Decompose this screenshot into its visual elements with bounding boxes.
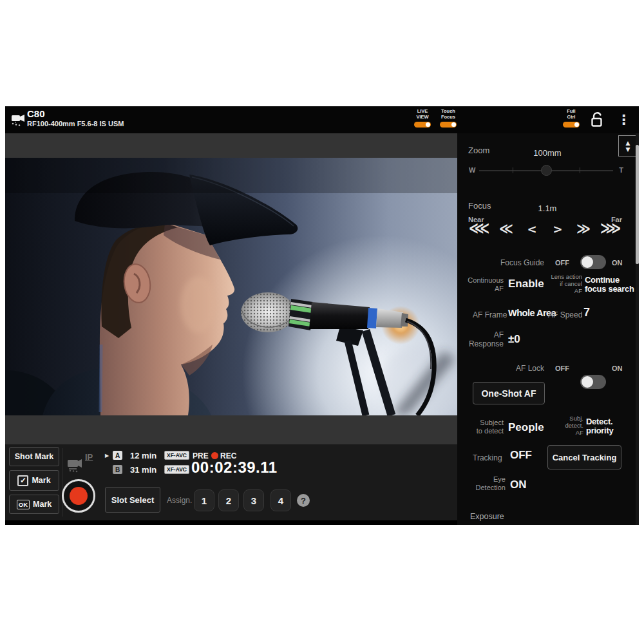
help-button[interactable]: ?	[297, 494, 310, 507]
touch-focus-toggle[interactable]: Touch Focus	[436, 109, 460, 128]
lens-action-value[interactable]: Continue focus search	[585, 276, 634, 294]
letterbox-top	[5, 133, 457, 158]
zoom-stepper[interactable]: ▲ ▼	[618, 135, 638, 156]
kebab-menu-icon[interactable]: ⋮	[617, 110, 629, 129]
eye-detection-label: Eye Detection	[457, 475, 506, 492]
continuous-af-value[interactable]: Enable	[508, 278, 544, 290]
exposure-section-header: Exposure	[470, 512, 504, 521]
assign-button-1[interactable]: 1	[194, 489, 214, 511]
focus-far-slow-button[interactable]: >	[547, 222, 569, 243]
af-speed-label: AF Speed	[548, 310, 582, 319]
slider-tick	[513, 167, 513, 173]
ip-streaming-icon: IP	[67, 451, 100, 479]
af-lock-switch[interactable]	[580, 375, 606, 389]
live-view-scene	[5, 158, 457, 415]
slider-tick	[580, 167, 580, 173]
ok-mark-label: Mark	[33, 500, 52, 509]
top-bar: C80 RF100-400mm F5.6-8 IS USM LIVE VIEW …	[5, 106, 639, 133]
full-ctrl-switch[interactable]	[563, 122, 580, 128]
zoom-label: Zoom	[468, 146, 489, 155]
af-response-label: AF Response	[457, 330, 504, 348]
focus-guide-on-label: ON	[612, 259, 623, 267]
live-view-label: LIVE VIEW	[416, 109, 428, 120]
slot-a-time: 12 min	[130, 451, 156, 460]
active-slot-play-icon: ▶	[105, 453, 109, 459]
letterbox-bottom	[5, 415, 457, 444]
video-camera-icon	[11, 113, 26, 128]
stepper-down-icon[interactable]: ▼	[626, 146, 630, 153]
scrollbar-thumb[interactable]	[636, 145, 639, 264]
ok-badge: OK	[17, 500, 30, 509]
shot-mark-button[interactable]: Shot Mark	[9, 447, 59, 466]
assign-label: Assign.	[167, 496, 192, 505]
subject-to-detect-value[interactable]: People	[508, 422, 544, 433]
divider	[62, 448, 62, 516]
browser-remote-app: C80 RF100-400mm F5.6-8 IS USM LIVE VIEW …	[5, 106, 639, 525]
assign-button-4[interactable]: 4	[270, 489, 291, 511]
slot-b-time: 31 min	[130, 465, 156, 475]
zoom-slider[interactable]: W T	[469, 162, 623, 182]
lens-action-label: Lens action if cancel AF	[545, 273, 582, 295]
eye-detection-value[interactable]: ON	[510, 479, 527, 491]
focus-near-fast-button[interactable]: ⋘	[468, 220, 490, 240]
af-lock-off-label: OFF	[555, 365, 569, 372]
video-column: Shot Mark ✓ Mark OK Mark IP	[5, 133, 457, 525]
slot-b-badge: B	[113, 465, 122, 474]
live-view-toggle[interactable]: LIVE VIEW	[410, 109, 435, 128]
focus-distance-value: 1.1m	[522, 204, 573, 213]
bottom-control-bar: Shot Mark ✓ Mark OK Mark IP	[5, 444, 457, 520]
focus-near-medium-button[interactable]: ≪	[495, 221, 517, 242]
unlock-icon[interactable]	[588, 111, 606, 129]
zoom-tele-label: T	[619, 166, 623, 174]
ok-mark-button[interactable]: OK Mark	[9, 495, 59, 514]
slot-select-button[interactable]: Slot Select	[105, 487, 160, 513]
camera-settings-panel: Zoom 100mm ▲ ▼ W T Focus 1.1m Near Far ⋘…	[457, 133, 639, 525]
zoom-value: 100mm	[522, 148, 573, 158]
one-shot-af-button[interactable]: One-Shot AF	[473, 382, 545, 404]
tracking-value[interactable]: OFF	[510, 450, 532, 461]
focus-near-slow-button[interactable]: <	[521, 222, 543, 243]
record-button[interactable]	[62, 479, 95, 513]
focus-label: Focus	[468, 201, 491, 211]
record-dot-icon	[70, 487, 88, 505]
subject-to-detect-label: Subject to detect	[457, 419, 504, 435]
timecode: 00:02:39.11	[191, 459, 278, 477]
af-speed-value[interactable]: 7	[583, 307, 590, 319]
live-view-video[interactable]	[5, 158, 457, 415]
af-lock-label: AF Lock	[470, 364, 544, 373]
touch-focus-label: Touch Focus	[441, 109, 455, 120]
checkbox-check-icon: ✓	[17, 475, 28, 486]
focus-guide-off-label: OFF	[555, 259, 569, 267]
check-mark-label: Mark	[32, 476, 50, 485]
check-mark-button[interactable]: ✓ Mark	[9, 470, 59, 491]
live-view-switch[interactable]	[414, 122, 431, 128]
camera-model: C80	[27, 108, 45, 119]
slot-a-codec-badge: XF-AVC	[164, 451, 189, 460]
panel-scrollbar[interactable]	[636, 133, 639, 525]
focus-guide-switch[interactable]	[580, 255, 606, 269]
stepper-up-icon[interactable]: ▲	[626, 140, 630, 146]
assign-button-3[interactable]: 3	[243, 489, 264, 511]
zoom-wide-label: W	[469, 166, 475, 174]
lens-name: RF100-400mm F5.6-8 IS USM	[27, 120, 124, 128]
af-response-value[interactable]: ±0	[508, 334, 520, 345]
slot-a-badge: A	[113, 451, 122, 460]
af-frame-label: AF Frame	[473, 310, 507, 319]
focus-far-medium-button[interactable]: ≫	[573, 221, 594, 242]
tracking-label: Tracking	[473, 453, 502, 462]
slider-thumb[interactable]	[541, 165, 552, 176]
subj-detect-af-value[interactable]: Detect. priority	[586, 417, 613, 435]
focus-far-fast-button[interactable]: ⋙	[600, 220, 621, 240]
slot-b-codec-badge: XF-AVC	[164, 465, 189, 474]
cancel-tracking-button[interactable]: Cancel Tracking	[547, 445, 621, 469]
subj-detect-af-label: Subj. detect. AF	[554, 415, 583, 437]
full-ctrl-toggle[interactable]: Full Ctrl	[559, 109, 583, 128]
af-lock-on-label: ON	[612, 365, 623, 372]
continuous-af-label: Continuous AF	[457, 276, 504, 293]
touch-focus-switch[interactable]	[440, 122, 457, 128]
focus-guide-label: Focus Guide	[470, 258, 544, 267]
ip-label: IP	[85, 452, 93, 462]
assign-button-2[interactable]: 2	[218, 489, 239, 511]
full-ctrl-label: Full Ctrl	[567, 109, 575, 120]
